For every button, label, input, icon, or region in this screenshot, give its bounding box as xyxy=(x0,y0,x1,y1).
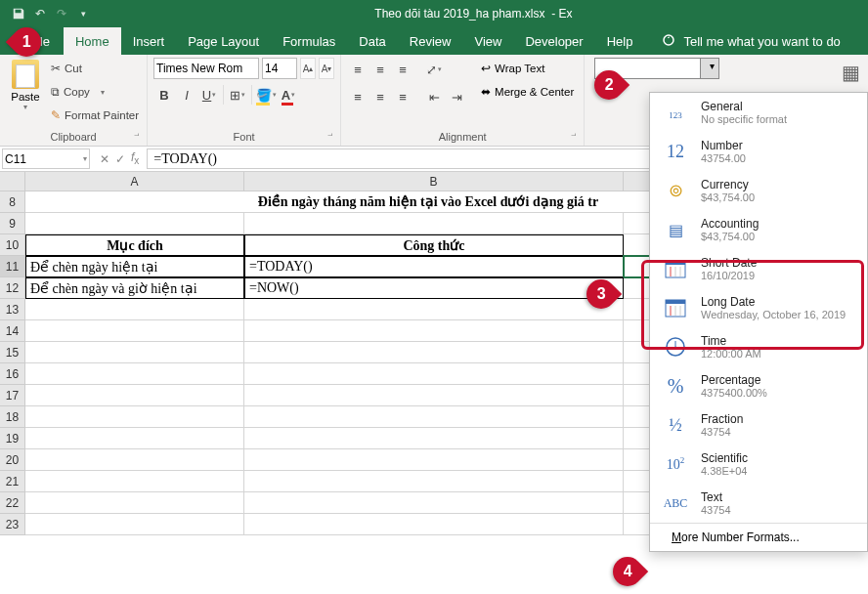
cell-B22[interactable] xyxy=(244,492,624,514)
row-header-15[interactable]: 15 xyxy=(0,342,25,363)
enter-formula-icon[interactable]: ✓ xyxy=(115,152,125,166)
align-right-button[interactable]: ≡ xyxy=(392,85,413,108)
cell-A19[interactable] xyxy=(25,428,244,449)
copy-button[interactable]: ⧉Copy ▾ xyxy=(49,81,141,103)
underline-button[interactable]: U xyxy=(198,83,220,106)
cell-B17[interactable] xyxy=(244,385,624,406)
fill-color-button[interactable]: 🪣 xyxy=(255,83,277,106)
row-header-18[interactable]: 18 xyxy=(0,406,25,428)
align-left-button[interactable]: ≡ xyxy=(347,85,369,108)
cut-button[interactable]: ✂Cut xyxy=(49,58,141,79)
row-header-10[interactable]: 10 xyxy=(0,234,25,256)
fx-icon[interactable]: fx xyxy=(131,150,139,166)
row-header-21[interactable]: 21 xyxy=(0,471,25,492)
cell-A14[interactable] xyxy=(25,320,244,342)
cell-A9[interactable] xyxy=(25,213,244,234)
save-icon[interactable] xyxy=(10,5,27,22)
format-painter-button[interactable]: ✎Format Painter xyxy=(49,105,141,126)
conditional-format-icon[interactable]: ▦ xyxy=(842,61,860,84)
cell-A21[interactable] xyxy=(25,471,244,492)
cell-B14[interactable] xyxy=(244,320,624,342)
border-button[interactable]: ⊞ xyxy=(227,83,248,106)
format-option-time[interactable]: Time12:00:00 AM xyxy=(650,327,867,366)
row-header-20[interactable]: 20 xyxy=(0,449,25,471)
cell-A22[interactable] xyxy=(25,492,244,514)
tab-formulas[interactable]: Formulas xyxy=(271,27,347,55)
tab-view[interactable]: View xyxy=(462,27,513,55)
row-header-13[interactable]: 13 xyxy=(0,299,25,320)
decrease-font-button[interactable]: A▾ xyxy=(319,58,334,79)
cell-A18[interactable] xyxy=(25,406,244,428)
format-option-short-date[interactable]: Short Date16/10/2019 xyxy=(650,249,867,288)
cell-B9[interactable] xyxy=(244,213,624,234)
align-bottom-button[interactable]: ≡ xyxy=(392,58,413,81)
redo-icon[interactable]: ↷ xyxy=(53,5,70,22)
cell-A10[interactable]: Mục đích xyxy=(25,234,244,256)
cell-B23[interactable] xyxy=(244,514,624,535)
cell-B21[interactable] xyxy=(244,471,624,492)
tab-review[interactable]: Review xyxy=(398,27,463,55)
cell-A11[interactable]: Để chèn ngày hiện tại xyxy=(25,256,244,277)
row-header-22[interactable]: 22 xyxy=(0,492,25,514)
cell-B18[interactable] xyxy=(244,406,624,428)
bold-button[interactable]: B xyxy=(153,83,175,106)
select-all-corner[interactable] xyxy=(0,172,25,191)
font-name-select[interactable] xyxy=(153,58,259,79)
cell-A13[interactable] xyxy=(25,299,244,320)
format-option-long-date[interactable]: Long DateWednesday, October 16, 2019 xyxy=(650,288,867,327)
cell-B16[interactable] xyxy=(244,363,624,385)
align-center-button[interactable]: ≡ xyxy=(369,85,391,108)
column-header-B[interactable]: B xyxy=(244,172,624,191)
row-header-14[interactable]: 14 xyxy=(0,320,25,342)
cell-B12[interactable]: =NOW() xyxy=(244,277,624,299)
cell-A17[interactable] xyxy=(25,385,244,406)
tab-home[interactable]: Home xyxy=(64,27,121,55)
cell-A12[interactable]: Để chèn ngày và giờ hiện tại xyxy=(25,277,244,299)
cell-A15[interactable] xyxy=(25,342,244,363)
cell-B11[interactable]: =TODAY() xyxy=(244,256,624,277)
cell-A20[interactable] xyxy=(25,449,244,471)
cancel-formula-icon[interactable]: ✕ xyxy=(100,152,109,166)
tab-insert[interactable]: Insert xyxy=(121,27,177,55)
row-header-11[interactable]: 11 xyxy=(0,256,25,277)
row-header-19[interactable]: 19 xyxy=(0,428,25,449)
column-header-A[interactable]: A xyxy=(25,172,244,191)
row-header-12[interactable]: 12 xyxy=(0,277,25,299)
paste-button[interactable]: Paste ▾ xyxy=(6,58,45,131)
format-option-currency[interactable]: ⊚Currency$43,754.00 xyxy=(650,171,867,210)
row-header-23[interactable]: 23 xyxy=(0,514,25,535)
cell-A23[interactable] xyxy=(25,514,244,535)
format-option-general[interactable]: 123GeneralNo specific format xyxy=(650,93,867,132)
font-size-select[interactable] xyxy=(262,58,297,79)
format-option-accounting[interactable]: ▤Accounting$43,754.00 xyxy=(650,210,867,249)
cell-B13[interactable] xyxy=(244,299,624,320)
row-header-8[interactable]: 8 xyxy=(0,191,25,213)
wrap-text-button[interactable]: ↩Wrap Text xyxy=(477,58,578,79)
more-number-formats-link[interactable]: More Number Formats... xyxy=(650,523,867,551)
tab-page-layout[interactable]: Page Layout xyxy=(176,27,271,55)
name-box[interactable]: C11 xyxy=(2,148,90,169)
tab-developer[interactable]: Developer xyxy=(513,27,594,55)
increase-indent-button[interactable]: ⇥ xyxy=(446,85,467,108)
align-middle-button[interactable]: ≡ xyxy=(369,58,391,81)
orientation-button[interactable]: ⤢ xyxy=(423,58,445,81)
decrease-indent-button[interactable]: ⇤ xyxy=(423,85,445,108)
tab-data[interactable]: Data xyxy=(347,27,397,55)
tab-help[interactable]: Help xyxy=(595,27,645,55)
qat-dropdown-icon[interactable]: ▾ xyxy=(74,5,92,22)
row-header-9[interactable]: 9 xyxy=(0,213,25,234)
cell-A16[interactable] xyxy=(25,363,244,385)
align-top-button[interactable]: ≡ xyxy=(347,58,369,81)
row-header-17[interactable]: 17 xyxy=(0,385,25,406)
format-option-text[interactable]: ABCText43754 xyxy=(650,484,867,523)
merge-center-button[interactable]: ⬌Merge & Center xyxy=(477,81,578,103)
cell-B19[interactable] xyxy=(244,428,624,449)
cell-B20[interactable] xyxy=(244,449,624,471)
cell-B10[interactable]: Công thức xyxy=(244,234,624,256)
increase-font-button[interactable]: A▴ xyxy=(300,58,316,79)
tell-me-search[interactable]: Tell me what you want to do xyxy=(662,27,840,55)
format-option-fraction[interactable]: ½Fraction43754 xyxy=(650,405,867,445)
font-color-button[interactable]: A xyxy=(278,83,299,106)
row-header-16[interactable]: 16 xyxy=(0,363,25,385)
format-option-scientific[interactable]: 102Scientific4.38E+04 xyxy=(650,445,867,484)
